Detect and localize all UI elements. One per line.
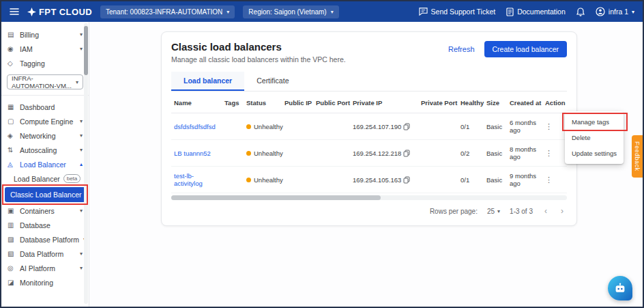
sidebar-item-billing[interactable]: ▤ Billing ▾ <box>1 27 89 42</box>
user-menu[interactable]: infra 1 ▾ <box>596 7 634 16</box>
chevron-down-icon: ▾ <box>80 118 83 124</box>
sidebar-item-database[interactable]: ▥ Database <box>1 218 89 232</box>
chevron-down-icon: ▾ <box>80 208 83 214</box>
sidebar-item-ai-platform[interactable]: ◎ AI Platform ▾ <box>1 261 89 275</box>
copy-icon[interactable] <box>403 150 410 157</box>
sidebar-scrollbar[interactable] <box>84 23 88 304</box>
size-value: Basic <box>484 140 507 167</box>
col-name: Name <box>171 93 222 113</box>
notifications-button[interactable] <box>576 8 585 16</box>
sidebar-item-tagging[interactable]: ◇ Tagging <box>1 56 89 70</box>
scrollbar-thumb[interactable] <box>84 26 88 75</box>
hamburger-menu-icon[interactable] <box>10 8 19 16</box>
feedback-tab[interactable]: Feedback <box>632 135 643 178</box>
lb-name-link[interactable]: dsfdsfsdfsdfsd <box>174 123 216 130</box>
table-horizontal-scrollbar[interactable] <box>171 195 567 200</box>
scrollbar-thumb[interactable] <box>171 195 381 200</box>
sidebar-item-monitoring[interactable]: ◪ Monitoring <box>1 275 89 290</box>
menu-item-manage-tags[interactable]: Manage tags <box>565 114 624 130</box>
ai-assistant-button[interactable] <box>608 276 632 300</box>
chevron-down-icon: ▾ <box>80 31 83 38</box>
status-label: Unhealthy <box>254 176 283 184</box>
sidebar-divider <box>1 95 89 96</box>
document-icon <box>506 8 514 16</box>
col-created-at: Created at <box>507 93 542 113</box>
documentation-button[interactable]: Documentation <box>506 8 566 16</box>
row-actions-menu-icon[interactable]: ⋮ <box>545 176 553 184</box>
sidebar-subitem-load-balancer-beta[interactable]: Load Balancer beta <box>1 171 89 186</box>
sidebar-item-networking[interactable]: ◈ Networking ▾ <box>1 128 89 143</box>
fpt-cloud-logo: FPT CLOUD <box>27 7 92 17</box>
monitoring-icon: ◪ <box>8 279 16 286</box>
send-support-ticket-button[interactable]: Send Support Ticket <box>419 8 496 16</box>
iam-icon: ◉ <box>8 45 16 53</box>
status-dot-unhealthy <box>246 178 251 182</box>
region-dropdown[interactable]: Region: Saigon (Vietnam) ▾ <box>243 5 338 18</box>
copy-icon[interactable] <box>403 123 410 130</box>
col-tags: Tags <box>222 93 244 113</box>
sidebar-item-data-platform[interactable]: ▧ Data Platform ▾ <box>1 247 89 261</box>
tab-bar: Load balancer Certificate <box>171 72 567 92</box>
chat-bubble-icon <box>419 8 428 16</box>
lb-name-link[interactable]: LB tuannn52 <box>174 150 211 157</box>
sidebar-item-dashboard[interactable]: ▦ Dashboard <box>1 100 89 114</box>
menu-item-update-settings[interactable]: Update settings <box>565 145 624 161</box>
page-title: Classic load balancers <box>171 41 346 53</box>
copy-icon[interactable] <box>403 176 410 184</box>
sidebar-item-iam[interactable]: ◉ IAM ▾ <box>1 42 89 56</box>
sidebar-item-load-balancer[interactable]: ◬ Load Balancer ▴ <box>1 157 89 171</box>
load-balancers-card: Classic load balancers Manage all classi… <box>161 31 577 226</box>
healthy-value: 0/1 <box>458 113 484 140</box>
sidebar-item-autoscaling[interactable]: ⇅ Autoscaling ▾ <box>1 143 89 157</box>
previous-page-icon[interactable]: ‹ <box>542 206 549 216</box>
size-value: Basic <box>484 113 507 140</box>
sidebar-item-compute-engine[interactable]: ▢ Compute Engine ▾ <box>1 114 89 128</box>
private-ip-value: 169.254.105.163 <box>353 176 401 184</box>
created-at-value: 9 months ago <box>507 167 542 193</box>
chevron-down-icon: ▾ <box>80 147 83 153</box>
sidebar-item-database-platform[interactable]: ▨ Database Platform ▾ <box>1 232 89 247</box>
billing-icon: ▤ <box>8 31 16 38</box>
logo-text: FPT CLOUD <box>39 7 92 17</box>
private-ip-value: 169.254.107.190 <box>353 123 401 130</box>
tenant-dropdown[interactable]: Tenant: 000823-INFRA-AUTOMATION ▾ <box>100 5 235 18</box>
row-actions-menu-icon[interactable]: ⋮ <box>545 149 553 157</box>
chevron-down-icon: ▾ <box>80 132 83 139</box>
rows-per-page-select[interactable]: 25 ▾ <box>487 208 500 215</box>
chevron-down-icon: ▾ <box>226 9 229 15</box>
status-dot-unhealthy <box>246 124 251 129</box>
vpc-selector[interactable]: INFRA-AUTOMATION-VM... ▾ <box>7 74 83 89</box>
robot-icon <box>613 283 627 294</box>
menu-item-delete[interactable]: Delete <box>565 130 624 145</box>
refresh-button[interactable]: Refresh <box>448 45 475 53</box>
chevron-down-icon: ▾ <box>497 208 500 214</box>
tenant-label: Tenant: 000823-INFRA-AUTOMATION <box>106 8 222 16</box>
database-icon: ▥ <box>8 221 16 229</box>
size-value: Basic <box>484 167 507 193</box>
main-content: Classic load balancers Manage all classi… <box>89 22 643 307</box>
logo-star-icon <box>27 8 36 16</box>
col-public-port: Public Port <box>313 93 350 113</box>
tab-load-balancer[interactable]: Load balancer <box>171 72 244 91</box>
healthy-value: 0/1 <box>458 167 484 193</box>
create-load-balancer-button[interactable]: Create load balancer <box>484 41 567 57</box>
rows-per-page-label: Rows per page: <box>430 208 478 215</box>
tab-certificate[interactable]: Certificate <box>244 72 301 91</box>
chevron-down-icon: ▾ <box>331 9 334 15</box>
chevron-down-icon: ▾ <box>80 251 83 257</box>
compute-engine-icon: ▢ <box>8 117 16 125</box>
chevron-up-icon: ▴ <box>80 161 83 167</box>
topbar: FPT CLOUD Tenant: 000823-INFRA-AUTOMATIO… <box>1 1 643 22</box>
status-label: Unhealthy <box>254 150 283 157</box>
lb-name-link[interactable]: test-lb-activitylog <box>174 172 203 187</box>
user-avatar-icon <box>596 7 605 16</box>
col-size: Size <box>484 93 507 113</box>
dashboard-icon: ▦ <box>8 103 16 111</box>
sidebar-subitem-classic-load-balancer[interactable]: Classic Load Balancer <box>5 187 85 202</box>
row-actions-menu-icon[interactable]: ⋮ <box>545 122 553 130</box>
sidebar-item-containers[interactable]: ▣ Containers ▾ <box>1 204 89 218</box>
chevron-down-icon: ▾ <box>80 265 83 271</box>
next-page-icon[interactable]: › <box>559 206 566 216</box>
beta-badge: beta <box>63 174 81 183</box>
chevron-down-icon: ▾ <box>80 46 83 52</box>
